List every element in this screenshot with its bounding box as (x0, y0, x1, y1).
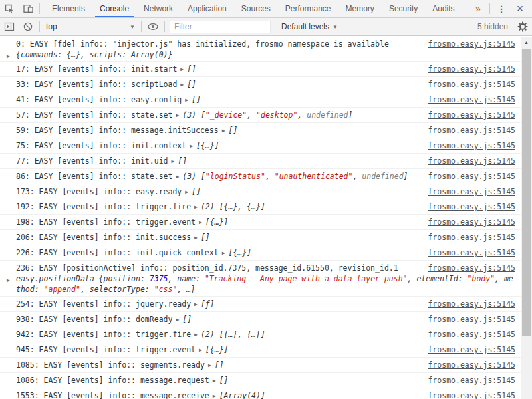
source-link[interactable]: frosmo.easy.js:5145 (428, 39, 515, 49)
source-link[interactable]: frosmo.easy.js:5145 (428, 217, 515, 227)
tab-console[interactable]: Console (92, 0, 136, 17)
tab-memory[interactable]: Memory (338, 0, 382, 17)
expand-arrow-icon[interactable]: ▶ (176, 315, 179, 325)
expand-arrow-icon[interactable]: ▶ (176, 110, 179, 121)
log-levels-dropdown[interactable]: Default levels ▼ (277, 22, 342, 31)
console-message: frosmo.easy.js:5145173: EASY [events] in… (0, 184, 521, 200)
preview-segment: easy.positionData {position: (16, 274, 150, 283)
preview-segment: "css" (154, 285, 178, 294)
levels-label: Default levels (281, 22, 329, 31)
expand-arrow-icon[interactable]: ▶ (222, 248, 225, 259)
source-link[interactable]: frosmo.easy.js:5145 (428, 247, 515, 258)
object-preview: {commands: {…}, scripts: Array(0)} (16, 50, 172, 59)
vertical-scrollbar[interactable]: ▲ (521, 37, 532, 399)
source-link[interactable]: frosmo.easy.js:5145 (428, 360, 515, 370)
object-preview: [{…}] (196, 141, 219, 150)
console-message: frosmo.easy.js:514557: EASY [events] inf… (0, 108, 521, 123)
filter-input[interactable] (170, 21, 271, 33)
source-link[interactable]: frosmo.easy.js:5145 (428, 329, 515, 340)
source-link[interactable]: frosmo.easy.js:5145 (428, 171, 515, 182)
clear-console-icon[interactable] (19, 18, 37, 35)
live-expression-eye-icon[interactable] (144, 18, 162, 35)
devtools-menu-icon[interactable]: ⋮ (492, 0, 511, 17)
scrollbar-thumb[interactable] (522, 49, 531, 336)
expand-arrow-icon[interactable]: ▶ (199, 217, 202, 228)
source-link[interactable]: frosmo.easy.js:5145 (428, 390, 515, 399)
expand-arrow-icon[interactable]: ▶ (213, 376, 216, 386)
message-text: 33: EASY [events] info:: scriptLoad (16, 80, 177, 89)
preview-segment: [Array(4)] (219, 391, 265, 399)
tab-security[interactable]: Security (382, 0, 425, 17)
tab-audits[interactable]: Audits (425, 0, 462, 17)
expand-arrow-icon[interactable]: ▶ (7, 275, 10, 286)
execution-context-selector[interactable]: top ▼ (42, 20, 139, 33)
message-text: 57: EASY [events] info:: state.set (16, 110, 172, 120)
expand-arrow-icon[interactable]: ▶ (194, 330, 198, 340)
expand-arrow-icon[interactable]: ▶ (176, 172, 179, 182)
close-glyph: × (517, 3, 524, 15)
console-message: frosmo.easy.js:514586: EASY [events] inf… (0, 169, 521, 184)
source-link[interactable]: frosmo.easy.js:5145 (428, 232, 515, 243)
console-message: frosmo.easy.js:5145942: EASY [events] in… (0, 327, 521, 342)
preview-segment: [{…}] (205, 217, 229, 227)
message-line: frosmo.easy.js:5145206: EASY [events] in… (16, 232, 515, 243)
message-text: 236: EASY [positionActive] info:: positi… (16, 263, 398, 273)
preview-segment: , elementId: (408, 274, 467, 283)
preview-segment: [] (219, 376, 229, 385)
source-link[interactable]: frosmo.easy.js:5145 (428, 64, 515, 74)
expand-arrow-icon[interactable]: ▶ (194, 299, 198, 310)
expand-arrow-icon[interactable]: ▶ (180, 80, 184, 90)
message-text: 75: EASY [events] info:: init.context (16, 141, 186, 150)
divider (39, 21, 40, 32)
source-link[interactable]: frosmo.easy.js:5145 (428, 201, 515, 212)
expand-arrow-icon[interactable]: ▶ (185, 187, 188, 198)
source-link[interactable]: frosmo.easy.js:5145 (428, 299, 515, 309)
source-link[interactable]: frosmo.easy.js:5145 (428, 375, 515, 386)
tab-elements[interactable]: Elements (45, 0, 92, 17)
expand-arrow-icon[interactable]: ▶ (208, 360, 211, 371)
preview-segment: [{…}] (228, 248, 251, 257)
source-link[interactable]: frosmo.easy.js:5145 (428, 140, 515, 151)
source-link[interactable]: frosmo.easy.js:5145 (428, 263, 515, 273)
source-link[interactable]: frosmo.easy.js:5145 (428, 110, 515, 120)
inspect-element-icon[interactable] (0, 0, 19, 17)
expand-arrow-icon[interactable]: ▶ (185, 95, 188, 106)
source-link[interactable]: frosmo.easy.js:5145 (428, 314, 515, 325)
source-link[interactable]: frosmo.easy.js:5145 (428, 125, 515, 136)
source-link[interactable]: frosmo.easy.js:5145 (428, 186, 515, 197)
scrollbar-up-arrow-icon[interactable]: ▲ (521, 37, 532, 47)
preview-segment: [{…}] (205, 345, 229, 354)
message-line: frosmo.easy.js:51451085: EASY [events] i… (16, 360, 515, 371)
preview-segment: "loginStatus" (205, 172, 265, 181)
device-toolbar-icon[interactable] (19, 0, 37, 17)
message-line: frosmo.easy.js:5145198: EASY [events] in… (16, 217, 515, 228)
tab-application[interactable]: Application (180, 0, 234, 17)
expand-arrow-icon[interactable]: ▶ (222, 126, 225, 136)
expand-arrow-icon[interactable]: ▶ (213, 391, 216, 399)
source-link[interactable]: frosmo.easy.js:5145 (428, 156, 515, 166)
settings-gear-icon[interactable] (513, 18, 532, 35)
source-link[interactable]: frosmo.easy.js:5145 (428, 79, 515, 90)
tab-sources[interactable]: Sources (234, 0, 278, 17)
expand-arrow-icon[interactable]: ▶ (190, 141, 193, 152)
expand-arrow-icon[interactable]: ▶ (194, 202, 198, 213)
console-message: frosmo.easy.js:514559: EASY [events] inf… (0, 123, 521, 138)
close-devtools-icon[interactable]: × (511, 0, 529, 17)
message-text: 945: EASY [events] info:: trigger.event (16, 345, 196, 354)
console-sidebar-toggle-icon[interactable] (0, 18, 19, 35)
source-link[interactable]: frosmo.easy.js:5145 (428, 94, 515, 105)
expand-arrow-icon[interactable]: ▶ (180, 65, 184, 75)
more-tabs-icon[interactable]: » (469, 0, 487, 17)
message-text: 1553: EASY [events] info:: message.recei… (16, 391, 209, 399)
expand-arrow-icon[interactable]: ▶ (171, 156, 174, 167)
source-link[interactable]: frosmo.easy.js:5145 (428, 344, 515, 355)
expand-arrow-icon[interactable]: ▶ (199, 345, 202, 356)
expand-arrow-icon[interactable]: ▶ (194, 233, 198, 243)
expand-arrow-icon[interactable]: ▶ (7, 51, 10, 62)
tab-performance[interactable]: Performance (278, 0, 338, 17)
message-line: frosmo.easy.js:5145236: EASY [positionAc… (16, 263, 515, 273)
message-line: frosmo.easy.js:514575: EASY [events] inf… (16, 140, 515, 152)
tab-network[interactable]: Network (136, 0, 180, 17)
panel-tabs: Elements Console Network Application Sou… (45, 0, 462, 17)
preview-segment: , name: (168, 274, 205, 283)
